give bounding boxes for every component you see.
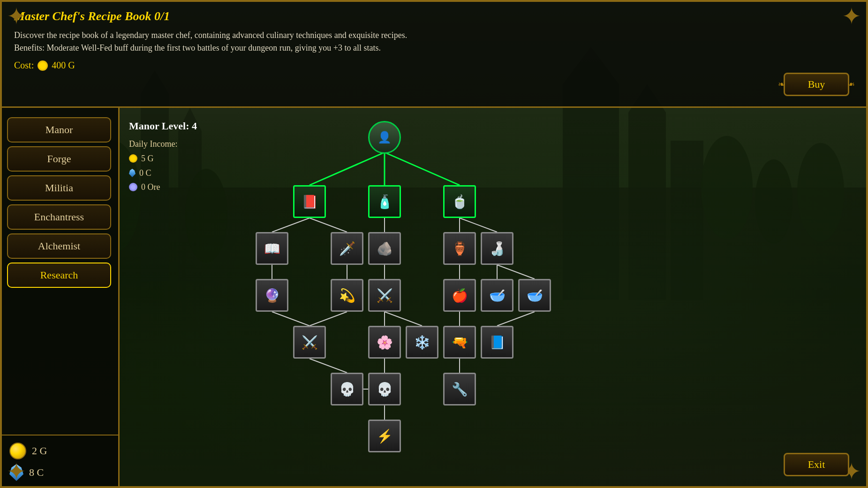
sidebar-label-research: Research: [40, 269, 78, 281]
gold-currency-row: 2 G: [9, 443, 109, 459]
svg-line-15: [309, 152, 385, 185]
daily-income-label: Daily Income:: [129, 137, 197, 151]
income-ore-row: 0 Ore: [129, 180, 197, 195]
item-cost: Cost: 400 G: [14, 60, 854, 71]
sidebar-item-forge[interactable]: Forge: [7, 146, 111, 172]
skill-node-recipe-book[interactable]: 📕: [293, 185, 326, 218]
sidebar-label-manor: Manor: [45, 124, 73, 135]
description-line1: Discover the recipe book of a legendary …: [14, 29, 854, 42]
svg-line-29: [272, 312, 309, 326]
gold-star-icon: [38, 60, 48, 71]
cost-amount: 400 G: [52, 60, 75, 71]
skill-node-r2-2[interactable]: 🗡️: [331, 232, 363, 265]
sidebar-label-alchemist: Alchemist: [38, 240, 80, 252]
skill-node-r3-4[interactable]: 🍎: [443, 279, 476, 312]
skill-node-r2-1[interactable]: 📖: [256, 232, 288, 265]
item-description: Discover the recipe book of a legendary …: [14, 29, 854, 54]
svg-line-19: [309, 218, 347, 232]
svg-line-17: [385, 152, 460, 185]
sidebar-label-enchantress: Enchantress: [34, 211, 84, 223]
svg-line-34: [497, 312, 535, 326]
manor-level-value: 4: [192, 120, 197, 132]
income-crystal-row: 0 C: [129, 166, 197, 180]
skill-node-r2-3[interactable]: 🪨: [368, 232, 401, 265]
sidebar-item-manor[interactable]: Manor: [7, 117, 111, 143]
cost-label: Cost:: [14, 60, 34, 71]
buy-button[interactable]: Buy: [784, 73, 849, 96]
svg-line-28: [497, 265, 535, 279]
sidebar-item-alchemist[interactable]: Alchemist: [7, 233, 111, 259]
skill-node-r4-2[interactable]: 🌸: [368, 326, 401, 359]
skill-node-r6-1[interactable]: ⚡: [368, 420, 401, 452]
small-ore-icon: [129, 183, 137, 191]
top-panel: Master Chef's Recipe Book 0/1 Discover t…: [0, 0, 868, 108]
sidebar-item-enchantress[interactable]: Enchantress: [7, 204, 111, 230]
skill-node-r3-2[interactable]: 💫: [331, 279, 363, 312]
skill-node-r4-3[interactable]: ❄️: [406, 326, 438, 359]
skill-node-potion[interactable]: 🧴: [368, 185, 401, 218]
svg-line-35: [309, 359, 347, 373]
corner-decoration-tl: ✦: [2, 2, 30, 30]
sidebar: Manor Forge Militia Enchantress Alchemis…: [0, 108, 120, 488]
skill-node-r2-4[interactable]: 🏺: [443, 232, 476, 265]
income-gold-row: 5 G: [129, 151, 197, 166]
small-crystal-icon: [129, 169, 136, 177]
sidebar-label-forge: Forge: [47, 153, 71, 165]
corner-decoration-bl: ✦: [2, 458, 30, 486]
skill-node-r3-6[interactable]: 🥣: [518, 279, 551, 312]
manor-info: Manor Level: 4 Daily Income: 5 G 0 C 0 O…: [129, 117, 197, 195]
skill-node-r5-3[interactable]: 🔧: [443, 373, 476, 405]
skill-node-r4-1[interactable]: ⚔️: [293, 326, 326, 359]
skill-node-tea[interactable]: 🍵: [443, 185, 476, 218]
manor-level-label: Manor Level:: [129, 120, 189, 132]
small-gold-icon: [129, 154, 137, 163]
corner-decoration-tr: ✦: [838, 2, 866, 30]
income-crystal: 0 C: [139, 166, 151, 180]
sidebar-item-militia[interactable]: Militia: [7, 175, 111, 201]
description-line2: Benefits: Moderate Well-Fed buff during …: [14, 42, 854, 54]
skill-node-r5-1[interactable]: 💀: [331, 373, 363, 405]
svg-line-22: [460, 218, 497, 232]
income-ore: 0 Ore: [141, 180, 160, 195]
gold-amount: 2 G: [32, 445, 47, 457]
gold-icon: [9, 443, 26, 459]
skill-node-r2-5[interactable]: 🍶: [481, 232, 513, 265]
skill-node-r5-2[interactable]: 💀: [368, 373, 401, 405]
hero-node[interactable]: 👤: [368, 121, 401, 154]
skill-node-r3-5[interactable]: 🥣: [481, 279, 513, 312]
svg-line-30: [309, 312, 347, 326]
exit-button[interactable]: Exit: [784, 453, 849, 476]
item-title: Master Chef's Recipe Book 0/1: [14, 9, 854, 23]
main-content: Manor Level: 4 Daily Income: 5 G 0 C 0 O…: [120, 108, 868, 488]
crystal-amount: 8 C: [29, 466, 44, 479]
svg-line-18: [272, 218, 309, 232]
skill-node-r3-1[interactable]: 🔮: [256, 279, 288, 312]
income-gold: 5 G: [141, 151, 154, 166]
skill-node-r4-4[interactable]: 🔫: [443, 326, 476, 359]
sidebar-item-research[interactable]: Research: [7, 263, 111, 288]
skill-node-r4-5[interactable]: 📘: [481, 326, 513, 359]
svg-line-32: [385, 312, 422, 326]
sidebar-label-militia: Militia: [45, 182, 73, 194]
manor-level-title: Manor Level: 4: [129, 117, 197, 135]
skill-node-r3-3[interactable]: ⚔️: [368, 279, 401, 312]
